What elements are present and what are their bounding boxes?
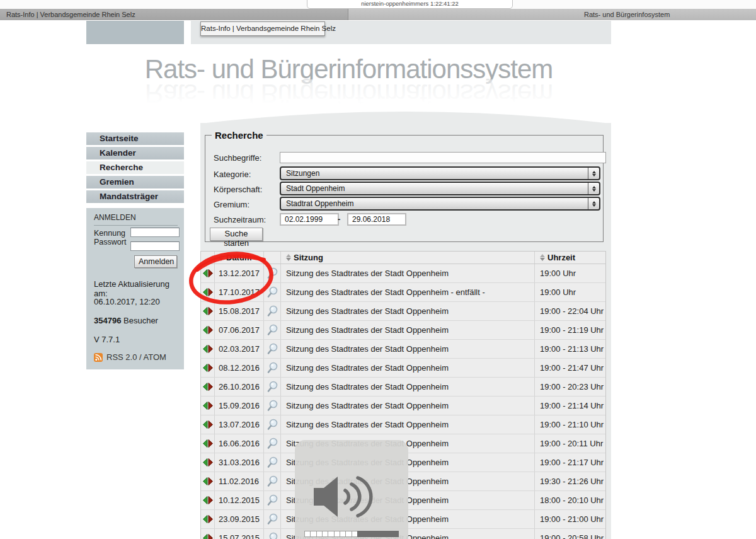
rss-link[interactable]: RSS 2.0 / ATOM — [94, 352, 166, 362]
rss-label: RSS 2.0 / ATOM — [106, 352, 166, 362]
volume-segment — [316, 531, 322, 537]
login-panel: ANMELDEN Kennung Passwort Anmelden Letzt… — [86, 208, 184, 369]
session-column-header[interactable]: Sitzung — [281, 252, 535, 264]
session-nav-icon[interactable] — [201, 302, 215, 320]
nav-column-header — [201, 252, 215, 264]
category-select[interactable]: Sitzungen — [280, 166, 600, 180]
sidebar-item-label: Recherche — [100, 163, 143, 172]
session-time: 19:00 - 21:00 Uhr — [535, 510, 605, 528]
magnifier-icon[interactable] — [264, 415, 281, 434]
session-nav-icon[interactable] — [201, 434, 215, 453]
magnifier-icon[interactable] — [264, 453, 281, 472]
session-nav-icon[interactable] — [201, 529, 215, 539]
session-date: 02.03.2017 — [215, 340, 264, 358]
session-time: 19:00 - 21:19 Uhr — [535, 321, 605, 339]
session-nav-icon[interactable] — [201, 283, 215, 301]
magnifier-icon[interactable] — [264, 529, 281, 539]
tab-rats-info[interactable]: Rats-Info | Verbandsgemeinde Rhein Selz — [0, 9, 348, 20]
date-column-header[interactable]: Datum — [215, 252, 264, 264]
magnifier-icon[interactable] — [264, 302, 281, 320]
search-form-legend: Recherche — [212, 130, 266, 141]
tab-buergerinfosystem[interactable]: Rats- und Bürgerinfosystem — [348, 9, 756, 20]
sidebar-item[interactable]: Gremien — [86, 176, 184, 188]
volume-segment — [363, 531, 369, 537]
sidebar-item[interactable]: Kalender — [86, 147, 184, 159]
committee-label: Gremium: — [214, 200, 249, 209]
content-panel-wave — [200, 107, 611, 124]
magnifier-icon[interactable] — [264, 397, 281, 415]
session-nav-icon[interactable] — [201, 415, 215, 434]
session-date: 15.07.2015 — [215, 529, 264, 539]
session-nav-icon[interactable] — [201, 340, 215, 358]
body-select[interactable]: Stadt Oppenheim — [280, 182, 600, 195]
session-time: 19:00 - 21:47 Uhr — [535, 359, 605, 377]
sidebar-item-label: Gremien — [100, 177, 134, 187]
sidebar-item[interactable]: Mandatsträger — [86, 190, 184, 203]
magnifier-icon[interactable] — [264, 283, 281, 301]
category-selected-value: Sitzungen — [281, 169, 588, 178]
magnifier-icon[interactable] — [264, 340, 281, 358]
session-date: 15.08.2017 — [215, 302, 264, 320]
reload-icon[interactable]: ↻ — [503, 0, 508, 1]
keywords-input[interactable] — [280, 152, 606, 163]
table-row: 13.12.2017 Sitzung des Stadtrates der St… — [201, 264, 605, 283]
session-nav-icon[interactable] — [201, 491, 215, 509]
sidebar-item-label: Mandatsträger — [100, 192, 158, 201]
session-time: 19:00 - 20:23 Uhr — [535, 378, 605, 396]
session-time: 19:00 - 20:11 Uhr — [535, 434, 605, 453]
session-title: Sitzung des Stadtrates der Stadt Oppenhe… — [281, 397, 535, 415]
session-nav-icon[interactable] — [201, 359, 215, 377]
login-button[interactable]: Anmelden — [134, 255, 177, 268]
magnifier-icon[interactable] — [264, 472, 281, 490]
committee-select[interactable]: Stadtrat Oppenheim — [280, 197, 600, 211]
magnifier-icon[interactable] — [264, 321, 281, 339]
visitor-count: 354796 — [94, 316, 121, 325]
session-nav-icon[interactable] — [201, 321, 215, 339]
volume-segment — [328, 531, 333, 537]
password-field[interactable] — [130, 241, 180, 251]
period-from-input[interactable]: 02.02.1999 — [280, 213, 339, 226]
magnifier-icon[interactable] — [264, 359, 281, 377]
address-bar[interactable]: nierstein-oppenheimmers 1:22:41:22 ↻ — [307, 0, 513, 9]
magnifier-icon[interactable] — [264, 434, 281, 453]
select-stepper-icon — [588, 198, 599, 209]
magnifier-icon[interactable] — [264, 491, 281, 509]
username-field[interactable] — [130, 228, 180, 237]
table-row: 15.08.2017 Sitzung des Stadtrates der St… — [201, 302, 605, 321]
search-form: Recherche Suchbegriffe: Kategorie: Sitzu… — [205, 135, 604, 242]
magnifier-icon[interactable] — [264, 264, 281, 282]
sidebar-item[interactable]: Startseite — [86, 132, 184, 145]
sidebar-item[interactable]: Recherche — [86, 161, 184, 174]
period-to-input[interactable]: 29.06.2018 — [347, 213, 406, 226]
table-row: 08.12.2016 Sitzung des Stadtrates der St… — [201, 359, 605, 378]
table-row: 17.10.2017 Sitzung des Stadtrates der St… — [201, 283, 605, 302]
session-date: 31.03.2016 — [215, 453, 264, 472]
time-column-header[interactable]: Uhrzeit — [535, 252, 605, 264]
session-nav-icon[interactable] — [201, 472, 215, 490]
magnifier-icon[interactable] — [264, 510, 281, 528]
volume-segment — [304, 531, 310, 537]
session-title: Sitzung des Stadtrates der Stadt Oppenhe… — [281, 378, 535, 396]
date-column-label: Datum — [226, 253, 251, 262]
volume-segment — [357, 531, 363, 537]
magnifier-icon[interactable] — [264, 378, 281, 396]
session-column-label: Sitzung — [294, 253, 323, 262]
session-nav-icon[interactable] — [201, 453, 215, 472]
table-row: 02.03.2017 Sitzung des Stadtrates der St… — [201, 340, 605, 359]
session-nav-icon[interactable] — [201, 378, 215, 396]
session-nav-icon[interactable] — [201, 510, 215, 528]
volume-segment — [369, 531, 374, 537]
period-label: Suchzeitraum: — [214, 215, 266, 224]
volume-hud — [295, 440, 408, 539]
session-time: 19:00 - 20:58 Uhr — [535, 529, 605, 539]
select-stepper-icon — [588, 183, 599, 194]
volume-segment — [392, 531, 399, 537]
volume-level-bar — [304, 531, 399, 537]
session-time: 19:00 - 22:04 Uhr — [535, 302, 605, 320]
session-nav-icon[interactable] — [201, 397, 215, 415]
session-date: 16.06.2016 — [215, 434, 264, 453]
start-search-button[interactable]: Suche starten — [210, 228, 263, 241]
last-update-label: Letzte Aktualisierung am: — [94, 279, 177, 298]
session-nav-icon[interactable] — [201, 264, 215, 282]
session-date: 17.10.2017 — [215, 283, 264, 301]
